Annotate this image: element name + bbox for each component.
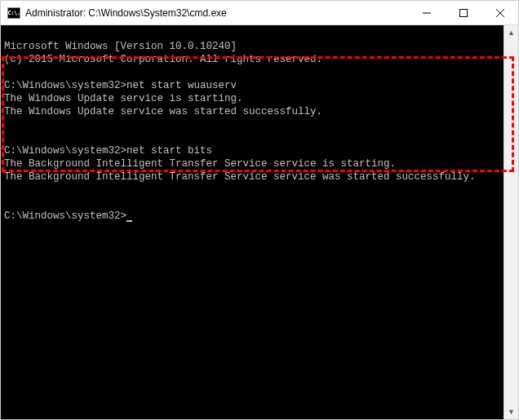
- terminal-area[interactable]: Microsoft Windows [Version 10.0.10240] (…: [1, 25, 503, 419]
- cursor: [126, 220, 132, 222]
- titlebar[interactable]: C:\. Administrator: C:\Windows\System32\…: [1, 1, 518, 25]
- close-icon: [496, 9, 504, 17]
- prompt: C:\Windows\system32>: [4, 145, 126, 157]
- maximize-icon: [459, 9, 468, 17]
- scroll-down-button[interactable]: ▼: [504, 405, 518, 419]
- prompt-current: C:\Windows\system32>: [4, 210, 126, 222]
- output-line: The Background Intelligent Transfer Serv…: [4, 171, 476, 183]
- cmd-icon: C:\.: [7, 7, 20, 19]
- output-line: The Background Intelligent Transfer Serv…: [4, 158, 396, 170]
- maximize-button[interactable]: [445, 1, 481, 24]
- close-button[interactable]: [481, 1, 518, 24]
- command-text: net start bits: [126, 145, 212, 157]
- output-line: The Windows Update service was started s…: [4, 106, 322, 117]
- output-line: The Windows Update service is starting.: [4, 93, 243, 104]
- chevron-up-icon: ▲: [508, 29, 515, 37]
- svg-rect-1: [459, 9, 467, 16]
- window-title: Administrator: C:\Windows\System32\cmd.e…: [25, 7, 408, 19]
- minimize-icon: [423, 9, 431, 17]
- minimize-button[interactable]: [408, 1, 445, 24]
- chevron-down-icon: ▼: [508, 408, 515, 416]
- command-text: net start wuauserv: [126, 80, 237, 91]
- version-line: Microsoft Windows [Version 10.0.10240]: [4, 41, 237, 52]
- prompt: C:\Windows\system32>: [4, 80, 126, 91]
- scroll-up-button[interactable]: ▲: [504, 25, 518, 40]
- window-controls: [408, 1, 518, 24]
- copyright-line: (c) 2015 Microsoft Corporation. All righ…: [4, 54, 322, 65]
- vertical-scrollbar[interactable]: ▲ ▼: [503, 25, 518, 419]
